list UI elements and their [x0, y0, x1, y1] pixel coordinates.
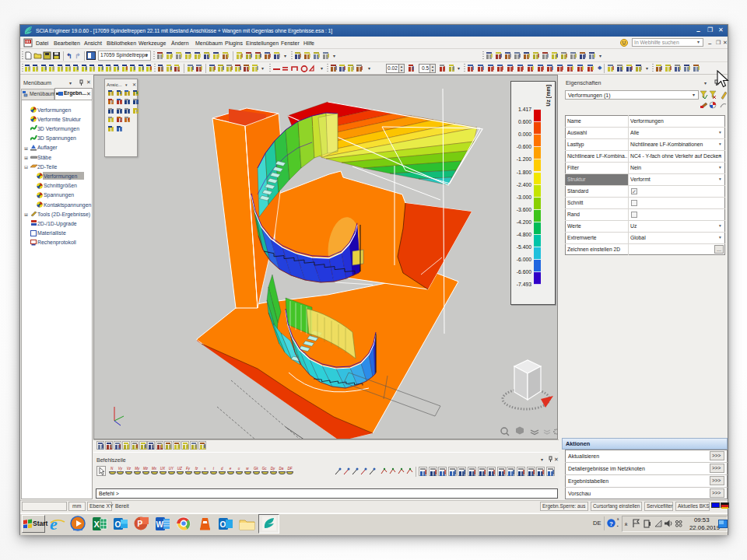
svg-text:O: O: [115, 520, 121, 529]
svg-text:X: X: [94, 520, 100, 529]
svg-text:e: e: [50, 516, 58, 532]
svg-text:P: P: [138, 520, 143, 528]
svg-text:?: ?: [609, 520, 613, 527]
svg-text:O: O: [220, 520, 226, 529]
svg-text:W: W: [156, 520, 164, 529]
